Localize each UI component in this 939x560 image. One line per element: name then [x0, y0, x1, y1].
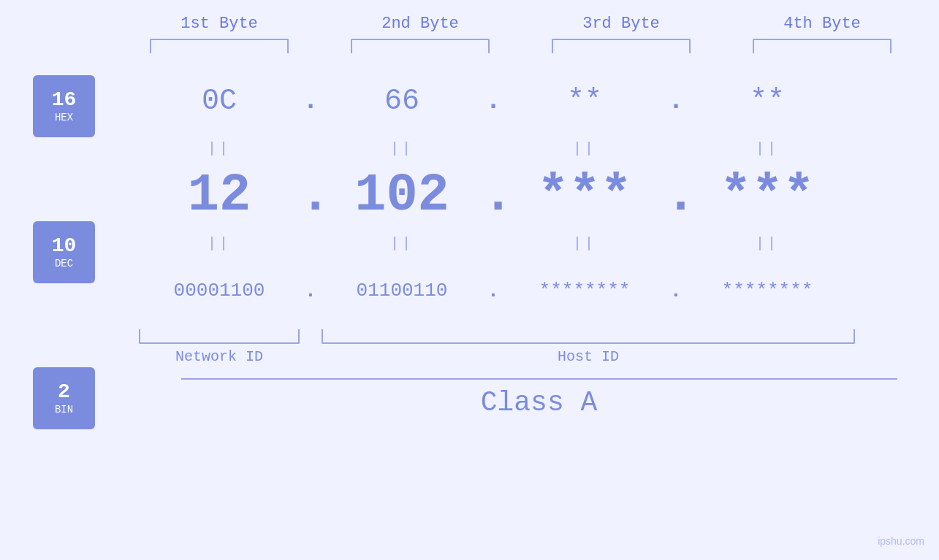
- host-id-label: Host ID: [322, 348, 855, 365]
- bracket-2: [351, 39, 490, 53]
- main-container: 1st Byte 2nd Byte 3rd Byte 4th Byte 16 H…: [0, 0, 939, 560]
- sep-1-2: ||: [322, 140, 482, 157]
- hex-byte-1: 0C: [139, 85, 300, 118]
- class-bracket-line: [181, 378, 897, 380]
- dec-dot-1: .: [300, 166, 322, 226]
- dec-dot-3: .: [665, 166, 687, 226]
- sep-row-2: || || || ||: [139, 229, 939, 258]
- bin-byte-1: 00001100: [139, 280, 300, 302]
- network-bracket: [139, 329, 300, 344]
- sep-2-4: ||: [687, 235, 848, 252]
- bracket-4: [753, 39, 892, 53]
- bin-byte-3: ********: [504, 280, 665, 302]
- sep-2-3: ||: [504, 235, 665, 252]
- bracket-3: [552, 39, 691, 53]
- hex-dot-1: .: [300, 86, 322, 116]
- sep-1-4: ||: [687, 140, 848, 157]
- dec-byte-4: ***: [687, 166, 848, 226]
- col-header-3: 3rd Byte: [541, 15, 702, 33]
- id-labels: Network ID Host ID: [139, 348, 939, 365]
- col-header-2: 2nd Byte: [340, 15, 501, 33]
- hex-dot-2: .: [482, 86, 504, 116]
- bin-dot-3: .: [665, 280, 687, 302]
- hex-byte-4: **: [687, 85, 848, 118]
- rows-container: 0C . 66 . ** . ** || ||: [139, 68, 939, 418]
- bin-label: 2 BIN: [33, 367, 95, 429]
- dec-byte-2: 102: [322, 166, 482, 226]
- bin-byte-2: 01100110: [322, 280, 482, 302]
- dec-byte-1: 12: [139, 166, 300, 226]
- dec-label: 10 DEC: [33, 221, 95, 283]
- dec-byte-3: ***: [504, 166, 665, 226]
- sep-2-2: ||: [322, 235, 482, 252]
- bin-byte-4: ********: [687, 280, 848, 302]
- sep-2-1: ||: [139, 235, 300, 252]
- bin-dot-1: .: [300, 280, 322, 302]
- col-header-1: 1st Byte: [139, 15, 300, 33]
- watermark: ipshu.com: [878, 535, 924, 547]
- hex-byte-3: **: [504, 85, 665, 118]
- dec-dot-2: .: [482, 166, 504, 226]
- class-label: Class A: [139, 387, 939, 418]
- col-header-4: 4th Byte: [742, 15, 902, 33]
- base-labels: 16 HEX 10 DEC 2 BIN: [33, 75, 95, 429]
- hex-label: 16 HEX: [33, 75, 95, 137]
- class-bracket-container: Class A: [139, 378, 939, 418]
- bin-row: 00001100 . 01100110 . ******** . *******…: [139, 258, 939, 323]
- bracket-1: [150, 39, 289, 53]
- hex-row: 0C . 66 . ** . **: [139, 68, 939, 134]
- sep-row-1: || || || ||: [139, 134, 939, 163]
- network-host-brackets: [139, 329, 939, 344]
- bin-dot-2: .: [482, 280, 504, 302]
- top-brackets: [119, 39, 923, 53]
- host-bracket: [322, 329, 855, 344]
- network-id-label: Network ID: [139, 348, 300, 365]
- hex-dot-3: .: [665, 86, 687, 116]
- content-area: 16 HEX 10 DEC 2 BIN 0C . 66: [0, 53, 939, 560]
- sep-1-1: ||: [139, 140, 300, 157]
- column-headers: 1st Byte 2nd Byte 3rd Byte 4th Byte: [119, 15, 923, 33]
- dec-row: 12 . 102 . *** . ***: [139, 163, 939, 229]
- hex-byte-2: 66: [322, 85, 482, 118]
- sep-1-3: ||: [504, 140, 665, 157]
